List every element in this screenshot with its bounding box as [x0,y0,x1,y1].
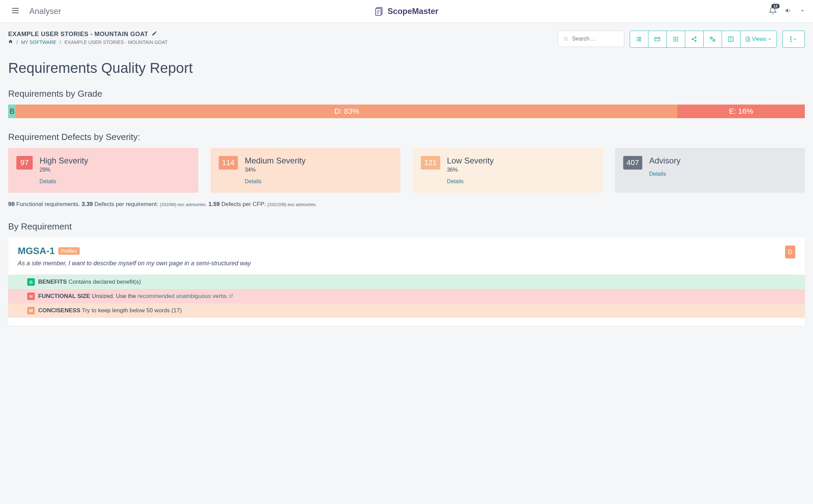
severity-count: 407 [623,156,643,170]
svg-line-32 [693,38,695,39]
svg-rect-20 [675,37,676,38]
grades-heading: Requirements by Grade [8,89,805,99]
breadcrumb-sep: / [16,40,18,45]
svg-line-10 [567,40,567,41]
svg-point-41 [790,36,792,38]
grid-view-button[interactable] [667,31,685,47]
svg-point-36 [714,40,715,41]
svg-rect-22 [673,39,674,40]
details-link[interactable]: Details [40,178,88,185]
severity-pct: 34% [245,167,306,173]
issue-badge-g: G [27,278,35,286]
svg-point-9 [564,37,567,40]
edit-title-button[interactable] [152,31,157,38]
details-link[interactable]: Details [245,178,306,185]
grid-icon [673,36,679,42]
byreq-heading: By Requirement [8,221,805,232]
issue-text: Try to keep length below 50 words (17) [82,307,182,314]
search-icon [564,36,568,42]
gears-icon [709,36,716,43]
breadcrumb-current: EXAMPLE USER STORIES - MOUNTAIN GOAT [64,40,168,45]
menu-icon [11,6,20,15]
more-actions-button[interactable] [782,31,805,48]
svg-rect-25 [673,41,674,42]
search-box[interactable] [558,31,624,47]
grade-segment-d: D: 83% [16,105,677,118]
profile-tag[interactable]: Profiles [58,247,80,255]
svg-rect-27 [677,41,678,42]
app-header: Analyser ScopeMaster 13 [0,0,813,22]
severity-pct: 36% [447,167,494,173]
grade-segment-e: E: 16% [677,105,805,118]
main-content: EXAMPLE USER STORIES - MOUNTAIN GOAT / M… [0,22,813,334]
list-icon [636,36,642,42]
settings-button[interactable] [704,31,722,47]
external-link-icon [229,293,233,300]
severity-card-high: 97 High Severity 29% Details [8,148,198,193]
issue-text: Unsized. Use the [92,293,137,299]
panel-button[interactable] [722,31,740,47]
share-button[interactable] [685,31,704,47]
header-right: 13 [769,6,805,16]
notifications-button[interactable]: 13 [769,6,777,16]
issue-text: Contains declared benefit(s) [68,279,141,285]
breadcrumb: / MY SOFTWARE / EXAMPLE USER STORIES - M… [8,39,552,45]
kebab-icon [790,36,792,42]
volume-icon [785,7,792,14]
svg-point-30 [695,40,696,42]
list-view-button[interactable] [630,31,648,47]
details-link[interactable]: Details [447,178,494,185]
severity-label: Medium Severity [245,156,306,166]
svg-rect-23 [675,39,676,40]
view-toolbar: Views [630,31,777,48]
severity-pct: 29% [40,167,88,173]
report-title: Requirements Quality Report [8,60,805,76]
severity-count: 97 [16,156,33,170]
volume-button[interactable] [785,7,792,15]
views-dropdown[interactable]: Views [740,31,777,47]
svg-rect-14 [638,39,641,40]
requirement-description: As a site member, I want to describe mys… [18,260,795,267]
svg-rect-16 [638,41,641,41]
requirement-id-link[interactable]: MGSA-1 [18,246,55,256]
card-view-button[interactable] [648,31,667,47]
logo-text: ScopeMaster [387,6,438,16]
severity-card-medium: 114 Medium Severity 34% Details [211,148,401,193]
svg-point-34 [711,37,712,38]
svg-point-29 [692,38,693,40]
severity-heading: Requirement Defects by Severity: [8,132,805,142]
header-dropdown[interactable] [800,8,805,14]
svg-point-28 [695,37,696,38]
home-icon [8,39,13,44]
svg-rect-26 [675,41,676,42]
req-header: MGSA-1 Profiles [18,246,795,256]
grade-badge: D [785,246,795,258]
grade-segment-b: B [8,105,16,118]
summary-line: 98 Functional requirements. 3.39 Defects… [8,201,805,208]
severity-grid: 97 High Severity 29% Details 114 Medium … [8,148,805,193]
svg-rect-21 [677,37,678,38]
requirement-card: MGSA-1 Profiles D As a site member, I wa… [8,237,805,326]
title-row: EXAMPLE USER STORIES - MOUNTAIN GOAT / M… [8,31,805,48]
severity-count: 114 [219,156,238,170]
verbs-link[interactable]: recommended unambiguous verbs. [138,293,228,299]
logo[interactable]: ScopeMaster [374,6,438,16]
breadcrumb-link[interactable]: MY SOFTWARE [21,40,56,45]
issue-title: FUNCTIONAL SIZE [38,293,90,299]
views-label: Views [752,36,766,42]
severity-card-advisory: 407 Advisory Details [615,148,805,193]
page-title: EXAMPLE USER STORIES - MOUNTAIN GOAT [8,31,148,38]
severity-card-low: 121 Low Severity 36% Details [413,148,603,193]
hamburger-menu[interactable] [8,3,22,19]
issue-row-high: H FUNCTIONAL SIZE Unsized. Use the recom… [8,289,805,303]
svg-rect-11 [636,37,637,38]
issue-badge-m: M [27,307,35,314]
svg-rect-24 [677,39,678,40]
document-icon [745,36,751,42]
issue-row-good: G BENEFITS Contains declared benefit(s) [8,275,805,289]
breadcrumb-home[interactable] [8,39,13,45]
details-link[interactable]: Details [649,171,680,177]
pencil-icon [152,31,157,36]
search-input[interactable] [572,36,618,42]
svg-rect-12 [638,37,641,38]
